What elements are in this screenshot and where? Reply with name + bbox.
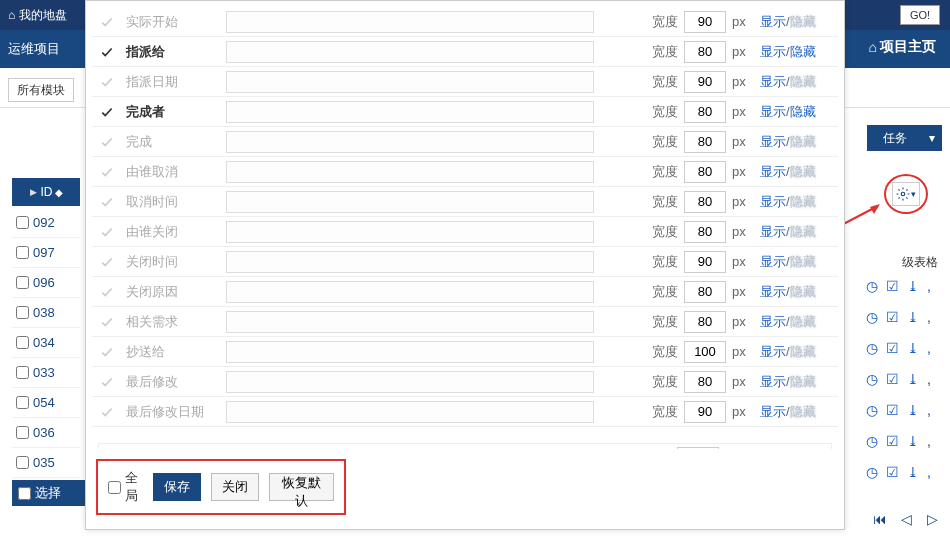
hide-link[interactable]: 隐藏	[790, 404, 816, 419]
row-actions[interactable]: ◷ ☑ ⤓ ,	[857, 340, 942, 356]
hide-link[interactable]: 隐藏	[790, 44, 816, 59]
field-note-input[interactable]	[226, 41, 594, 63]
row-actions[interactable]: ◷ ☑ ⤓ ,	[857, 464, 942, 480]
check-icon[interactable]	[92, 45, 122, 59]
gear-icon[interactable]: ▾	[892, 182, 920, 206]
show-link[interactable]: 显示	[760, 74, 786, 89]
check-icon[interactable]	[92, 405, 122, 419]
restore-defaults-button[interactable]: 恢复默认	[269, 473, 334, 501]
width-input[interactable]	[684, 371, 726, 393]
project-name[interactable]: 运维项目	[8, 40, 60, 58]
all-modules-filter[interactable]: 所有模块	[8, 78, 74, 102]
pager-first[interactable]: ⏮	[870, 509, 890, 529]
width-input[interactable]	[684, 281, 726, 303]
pager-next[interactable]: ▷	[922, 509, 942, 529]
width-input[interactable]	[684, 191, 726, 213]
width-input[interactable]	[684, 131, 726, 153]
show-link[interactable]: 显示	[760, 134, 786, 149]
task-button[interactable]: 任务	[867, 125, 922, 151]
field-note-input[interactable]	[226, 281, 594, 303]
global-checkbox[interactable]: 全局	[108, 469, 143, 505]
width-input[interactable]	[684, 341, 726, 363]
task-row-checkbox[interactable]: 033	[12, 358, 80, 388]
width-input[interactable]	[684, 101, 726, 123]
close-button[interactable]: 关闭	[211, 473, 259, 501]
show-link[interactable]: 显示	[760, 224, 786, 239]
hide-link[interactable]: 隐藏	[790, 314, 816, 329]
hide-link[interactable]: 隐藏	[790, 164, 816, 179]
hide-link[interactable]: 隐藏	[790, 194, 816, 209]
show-link[interactable]: 显示	[760, 284, 786, 299]
row-actions[interactable]: ◷ ☑ ⤓ ,	[857, 309, 942, 325]
field-note-input[interactable]	[226, 131, 594, 153]
row-actions[interactable]: ◷ ☑ ⤓ ,	[857, 402, 942, 418]
task-row-checkbox[interactable]: 096	[12, 268, 80, 298]
width-input[interactable]	[684, 311, 726, 333]
field-note-input[interactable]	[226, 71, 594, 93]
check-icon[interactable]	[92, 345, 122, 359]
pager-prev[interactable]: ◁	[896, 509, 916, 529]
check-icon[interactable]	[92, 135, 122, 149]
row-actions[interactable]: ◷ ☑ ⤓ ,	[857, 371, 942, 387]
hide-link[interactable]: 隐藏	[790, 284, 816, 299]
field-note-input[interactable]	[226, 101, 594, 123]
task-row-checkbox[interactable]: 035	[12, 448, 80, 478]
hide-link[interactable]: 隐藏	[790, 254, 816, 269]
width-input[interactable]	[684, 221, 726, 243]
check-icon[interactable]	[92, 255, 122, 269]
show-link[interactable]: 显示	[760, 344, 786, 359]
field-note-input[interactable]	[226, 221, 594, 243]
field-note-input[interactable]	[226, 311, 594, 333]
task-row-checkbox[interactable]: 092	[12, 208, 80, 238]
field-note-input[interactable]	[226, 11, 594, 33]
show-link[interactable]: 显示	[760, 314, 786, 329]
task-dropdown[interactable]: ▾	[922, 125, 942, 151]
show-link[interactable]: 显示	[760, 374, 786, 389]
save-button[interactable]: 保存	[153, 473, 201, 501]
project-home-link[interactable]: ⌂ 项目主页	[869, 38, 936, 56]
field-note-input[interactable]	[226, 401, 594, 423]
show-link[interactable]: 显示	[760, 44, 786, 59]
width-input[interactable]	[684, 11, 726, 33]
width-input[interactable]	[684, 401, 726, 423]
id-column-header[interactable]: ▶ ID ◆	[12, 178, 80, 206]
check-icon[interactable]	[92, 15, 122, 29]
width-input[interactable]	[684, 41, 726, 63]
task-row-checkbox[interactable]: 034	[12, 328, 80, 358]
show-link[interactable]: 显示	[760, 14, 786, 29]
check-icon[interactable]	[92, 165, 122, 179]
field-note-input[interactable]	[226, 191, 594, 213]
field-note-input[interactable]	[226, 371, 594, 393]
task-row-checkbox[interactable]: 054	[12, 388, 80, 418]
width-input[interactable]	[684, 251, 726, 273]
check-icon[interactable]	[92, 375, 122, 389]
show-link[interactable]: 显示	[760, 104, 786, 119]
row-actions[interactable]: ◷ ☑ ⤓ ,	[857, 433, 942, 449]
field-note-input[interactable]	[226, 161, 594, 183]
task-row-checkbox[interactable]: 097	[12, 238, 80, 268]
hide-link[interactable]: 隐藏	[790, 104, 816, 119]
task-row-checkbox[interactable]: 036	[12, 418, 80, 448]
check-icon[interactable]	[92, 225, 122, 239]
field-note-input[interactable]	[226, 341, 594, 363]
row-actions[interactable]: ◷ ☑ ⤓ ,	[857, 278, 942, 294]
hide-link[interactable]: 隐藏	[790, 224, 816, 239]
check-icon[interactable]	[92, 195, 122, 209]
width-input[interactable]	[684, 161, 726, 183]
hide-link[interactable]: 隐藏	[790, 344, 816, 359]
go-button[interactable]: GO!	[900, 5, 940, 25]
check-icon[interactable]	[92, 315, 122, 329]
show-link[interactable]: 显示	[760, 254, 786, 269]
check-icon[interactable]	[92, 285, 122, 299]
select-all-row[interactable]: 选择	[12, 480, 90, 506]
hide-link[interactable]: 隐藏	[790, 14, 816, 29]
show-link[interactable]: 显示	[760, 164, 786, 179]
global-checkbox-input[interactable]	[108, 481, 121, 494]
hide-link[interactable]: 隐藏	[790, 134, 816, 149]
hide-link[interactable]: 隐藏	[790, 74, 816, 89]
width-input[interactable]	[684, 71, 726, 93]
hide-link[interactable]: 隐藏	[790, 374, 816, 389]
check-icon[interactable]	[92, 105, 122, 119]
task-row-checkbox[interactable]: 038	[12, 298, 80, 328]
field-note-input[interactable]	[226, 251, 594, 273]
